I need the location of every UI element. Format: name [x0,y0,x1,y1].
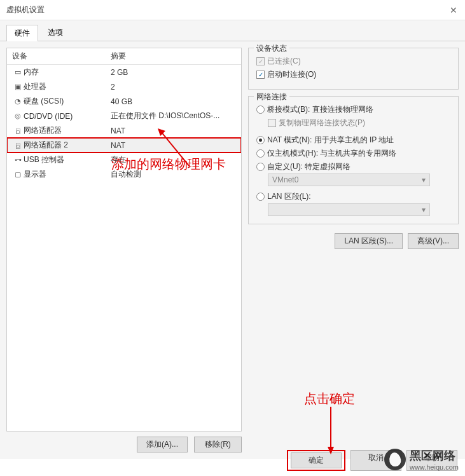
device-summary: 存在 [111,154,236,165]
device-summary: 自动检测 [111,169,236,180]
ok-button[interactable]: 确定 [291,452,342,468]
checkbox-icon [268,119,276,127]
device-name: 处理器 [24,81,111,92]
window-title: 虚拟机设置 [6,4,448,15]
display-icon: ▢ [12,170,24,179]
nic-icon: ⌼ [12,127,24,135]
content-area: 设备 摘要 ▭ 内存 2 GB ▣ 处理器 2 ◔ 硬盘 (SCSI) 40 G… [0,41,465,459]
device-name: 显示器 [24,169,111,180]
bottom-button-bar: 确定 取消 帮助 [287,450,457,471]
custom-value: VMnet0 [272,175,298,184]
cancel-button[interactable]: 取消 [350,450,401,471]
memory-icon: ▭ [12,68,24,76]
poweron-checkbox-row[interactable]: ✓ 启动时连接(O) [256,68,450,81]
custom-radio-row[interactable]: 自定义(U): 特定虚拟网络 [256,160,450,173]
titlebar: 虚拟机设置 ✕ [0,0,465,20]
radio-icon [256,193,265,201]
cd-icon: ◎ [12,112,24,120]
remove-button[interactable]: 移除(R) [194,437,242,452]
device-list: 设备 摘要 ▭ 内存 2 GB ▣ 处理器 2 ◔ 硬盘 (SCSI) 40 G… [6,48,242,432]
custom-network-select: VMnet0 ▾ [268,173,430,186]
lan-segment-select: ▾ [268,203,430,216]
lan-segments-button[interactable]: LAN 区段(S)... [335,233,403,249]
lan-label: LAN 区段(L): [267,191,311,202]
poweron-label: 启动时连接(O) [267,69,316,80]
device-row-memory[interactable]: ▭ 内存 2 GB [7,65,241,79]
right-button-bar: LAN 区段(S)... 高级(V)... [248,233,459,249]
device-status-group: 设备状态 ✓ 已连接(C) ✓ 启动时连接(O) [248,48,459,90]
radio-icon [256,136,265,144]
chevron-down-icon: ▾ [422,175,426,184]
replicate-label: 复制物理网络连接状态(P) [279,118,365,128]
bridged-radio-row[interactable]: 桥接模式(B): 直接连接物理网络 [256,103,450,116]
usb-icon: ⊶ [12,156,24,164]
device-row-nic1[interactable]: ⌼ 网络适配器 NAT [7,123,241,138]
nat-label: NAT 模式(N): 用于共享主机的 IP 地址 [267,135,394,146]
device-row-nic2[interactable]: ⌼ 网络适配器 2 NAT [6,137,242,153]
advanced-button[interactable]: 高级(V)... [408,233,459,249]
device-name: 网络适配器 2 [24,140,111,151]
custom-label: 自定义(U): 特定虚拟网络 [267,161,350,172]
bridged-label: 桥接模式(B): 直接连接物理网络 [267,104,373,115]
nic-icon: ⌼ [12,142,24,149]
group-title-network: 网络连接 [254,92,289,102]
device-summary: NAT [111,141,236,150]
connected-label: 已连接(C) [267,56,301,67]
header-summary: 摘要 [111,51,236,62]
device-summary: 40 GB [111,97,236,106]
close-icon[interactable]: ✕ [448,5,459,15]
device-name: 网络适配器 [24,125,111,136]
chevron-down-icon: ▾ [422,205,426,214]
device-row-cpu[interactable]: ▣ 处理器 2 [7,79,241,94]
checkbox-icon: ✓ [256,71,265,79]
list-header: 设备 摘要 [7,48,241,65]
tab-bar: 硬件 选项 [0,20,465,41]
device-summary: NAT [111,126,236,135]
help-button[interactable]: 帮助 [406,450,457,471]
radio-icon [256,163,265,171]
tab-options[interactable]: 选项 [39,24,71,41]
group-title-status: 设备状态 [254,43,289,54]
device-summary: 正在使用文件 D:\IOS\CentOS-... [111,111,236,121]
nat-radio-row[interactable]: NAT 模式(N): 用于共享主机的 IP 地址 [256,133,450,147]
left-button-bar: 添加(A)... 移除(R) [6,432,242,452]
connected-checkbox-row: ✓ 已连接(C) [256,55,450,68]
cpu-icon: ▣ [12,83,24,91]
device-name: 硬盘 (SCSI) [24,96,111,107]
replicate-checkbox-row: 复制物理网络连接状态(P) [268,116,450,130]
ok-highlight-box: 确定 [287,450,345,471]
device-summary: 2 GB [111,68,236,77]
device-name: USB 控制器 [24,154,111,165]
checkbox-icon: ✓ [256,57,265,65]
lan-radio-row[interactable]: LAN 区段(L): [256,190,450,203]
add-button[interactable]: 添加(A)... [137,437,188,452]
hostonly-radio-row[interactable]: 仅主机模式(H): 与主机共享的专用网络 [256,147,450,160]
network-group: 网络连接 桥接模式(B): 直接连接物理网络 复制物理网络连接状态(P) NAT… [248,96,459,224]
disk-icon: ◔ [12,97,24,105]
tab-hardware[interactable]: 硬件 [6,25,38,41]
device-row-usb[interactable]: ⊶ USB 控制器 存在 [7,153,241,167]
device-row-display[interactable]: ▢ 显示器 自动检测 [7,167,241,182]
device-row-cd[interactable]: ◎ CD/DVD (IDE) 正在使用文件 D:\IOS\CentOS-... [7,109,241,123]
radio-icon [256,105,265,114]
right-panel: 设备状态 ✓ 已连接(C) ✓ 启动时连接(O) 网络连接 桥接模式(B): 直… [248,48,459,452]
hostonly-label: 仅主机模式(H): 与主机共享的专用网络 [267,148,396,159]
device-row-disk[interactable]: ◔ 硬盘 (SCSI) 40 GB [7,94,241,109]
radio-icon [256,149,265,158]
device-name: CD/DVD (IDE) [24,112,111,121]
left-panel: 设备 摘要 ▭ 内存 2 GB ▣ 处理器 2 ◔ 硬盘 (SCSI) 40 G… [6,48,242,452]
header-device: 设备 [12,51,111,62]
device-name: 内存 [24,67,111,78]
device-summary: 2 [111,83,236,92]
